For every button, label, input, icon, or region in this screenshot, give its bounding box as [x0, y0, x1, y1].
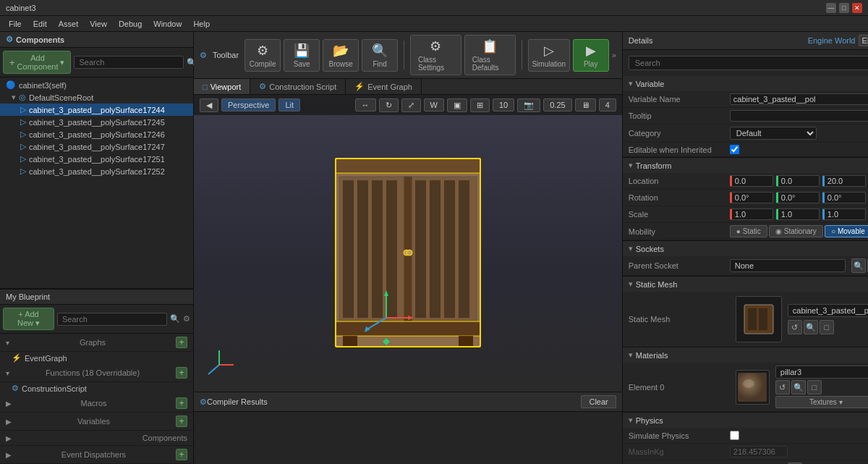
- menu-debug[interactable]: Debug: [113, 18, 148, 30]
- mesh-name-input[interactable]: [788, 304, 868, 317]
- components-search[interactable]: [74, 56, 184, 69]
- parent-socket-input[interactable]: [730, 259, 846, 272]
- static-button[interactable]: ● Static: [730, 225, 767, 237]
- viewport[interactable]: ◀ Perspective Lit ↔ ↻ ⤢ W ▣ ⊞ 10 📷: [194, 95, 622, 464]
- functions-section[interactable]: ▾ Functions (18 Overridable) +: [0, 364, 193, 382]
- tree-item-polysurface17245[interactable]: ▷ cabinet_3_pasted__polySurface17245: [0, 116, 193, 128]
- world-button[interactable]: W: [424, 98, 444, 111]
- screen-btn[interactable]: 🖥: [575, 98, 596, 111]
- mat-open-button[interactable]: □: [807, 380, 822, 395]
- scale-y[interactable]: [776, 208, 820, 220]
- translate-button[interactable]: ↔: [355, 98, 376, 111]
- sockets-section-title[interactable]: ▾ Sockets: [623, 241, 868, 256]
- maximize-button[interactable]: □: [839, 3, 849, 13]
- graphs-add-button[interactable]: +: [176, 337, 187, 348]
- rotation-z[interactable]: [822, 192, 866, 203]
- class-defaults-button[interactable]: 📋 Class Defaults: [464, 35, 516, 75]
- class-settings-button[interactable]: ⚙ Class Settings: [410, 35, 461, 75]
- surface-snap[interactable]: ▣: [447, 98, 467, 112]
- rotation-x[interactable]: [730, 192, 773, 203]
- simulate-physics-checkbox[interactable]: [730, 431, 739, 440]
- browse-button[interactable]: 📂 Browse: [323, 39, 359, 72]
- snap-value-button[interactable]: 0.25: [543, 98, 571, 111]
- camera-speed[interactable]: 📷: [517, 98, 540, 112]
- functions-add-button[interactable]: +: [176, 367, 187, 379]
- zoom-level-button[interactable]: 4: [599, 98, 616, 111]
- tree-item-polysurface17247[interactable]: ▷ cabinet_3_pasted__polySurface17247: [0, 140, 193, 153]
- variable-section-title[interactable]: ▾ Variable: [623, 76, 868, 91]
- physics-section-title[interactable]: ▾ Physics: [623, 413, 868, 428]
- event-graph-item[interactable]: ⚡ EventGraph: [0, 352, 193, 364]
- transform-section-title[interactable]: ▾ Transform: [623, 158, 868, 173]
- mat-reset-button[interactable]: ↺: [775, 380, 790, 395]
- menu-window[interactable]: Window: [148, 18, 187, 30]
- location-x[interactable]: [730, 175, 773, 187]
- perspective-button[interactable]: Perspective: [221, 98, 276, 111]
- location-y[interactable]: [776, 175, 820, 187]
- compile-button[interactable]: ⚙ Compile: [244, 39, 281, 72]
- tab-viewport[interactable]: □ Viewport: [194, 79, 250, 94]
- clear-button[interactable]: Clear: [581, 395, 616, 408]
- tree-item-polysurface17251[interactable]: ▷ cabinet_3_pasted__polySurface17251: [0, 153, 193, 165]
- stationary-button[interactable]: ◉ Stationary: [769, 225, 823, 237]
- graphs-section[interactable]: ▾ Graphs +: [0, 334, 193, 352]
- macros-add-button[interactable]: +: [176, 397, 187, 409]
- menu-help[interactable]: Help: [187, 18, 216, 30]
- static-mesh-section-title[interactable]: ▾ Static Mesh: [623, 277, 868, 292]
- play-button[interactable]: ▶ Play: [573, 39, 609, 72]
- menu-asset[interactable]: Asset: [53, 18, 85, 30]
- lang-button[interactable]: EN: [859, 35, 869, 46]
- movable-button[interactable]: ○ Movable: [825, 225, 868, 237]
- construction-script-item[interactable]: ⚙ ConstructionScript: [0, 382, 193, 395]
- macros-section[interactable]: ▶ Macros +: [0, 395, 193, 413]
- mesh-search-button[interactable]: 🔍: [804, 320, 818, 334]
- tree-item-polysurface17244[interactable]: ▷ cabinet_3_pasted__polySurface17244: [0, 104, 193, 116]
- category-select[interactable]: Default: [730, 127, 817, 140]
- scale-z[interactable]: [822, 208, 866, 220]
- find-button[interactable]: 🔍 Find: [362, 39, 398, 72]
- scale-button[interactable]: ⤢: [401, 98, 421, 112]
- location-z[interactable]: [822, 175, 866, 187]
- rotation-y[interactable]: [776, 192, 820, 203]
- add-new-button[interactable]: + Add New ▾: [3, 308, 54, 330]
- scale-x[interactable]: [730, 208, 773, 220]
- menu-file[interactable]: File: [3, 18, 27, 30]
- minimize-button[interactable]: —: [826, 3, 836, 13]
- mat-search-button[interactable]: 🔍: [791, 380, 806, 395]
- grid-size-button[interactable]: 10: [493, 98, 514, 111]
- variable-name-input[interactable]: [730, 93, 868, 105]
- textures-button[interactable]: Textures ▾: [775, 396, 868, 408]
- more-options-icon[interactable]: »: [612, 51, 616, 59]
- socket-search-button[interactable]: 🔍: [851, 258, 866, 273]
- add-component-button[interactable]: + Add Component ▾: [3, 51, 71, 74]
- simulation-button[interactable]: ▷ Simulation: [528, 39, 570, 72]
- variables-add-button[interactable]: +: [176, 416, 187, 427]
- rotate-button[interactable]: ↻: [379, 98, 399, 112]
- tree-item-polysurface17252[interactable]: ▷ cabinet_3_pasted__polySurface17252: [0, 165, 193, 177]
- material-name-input[interactable]: [775, 366, 868, 379]
- components-bp-section[interactable]: ▶ Components: [0, 431, 193, 446]
- tab-event-graph[interactable]: ⚡ Event Graph: [346, 79, 422, 94]
- menu-view[interactable]: View: [84, 18, 113, 30]
- grid-snap[interactable]: ⊞: [470, 98, 490, 112]
- event-dispatchers-section[interactable]: ▶ Event Dispatchers +: [0, 446, 193, 464]
- lit-button[interactable]: Lit: [278, 98, 300, 111]
- materials-section-title[interactable]: ▾ Materials: [623, 347, 868, 363]
- save-button[interactable]: 💾 Save: [284, 39, 320, 72]
- tooltip-input[interactable]: [730, 110, 868, 122]
- variables-section[interactable]: ▶ Variables +: [0, 413, 193, 431]
- mesh-reset-button[interactable]: ↺: [788, 320, 802, 334]
- details-search[interactable]: [629, 56, 868, 70]
- editable-checkbox[interactable]: [730, 145, 739, 154]
- tree-item-polysurface17246[interactable]: ▷ cabinet_3_pasted__polySurface17246: [0, 128, 193, 140]
- tree-item-self[interactable]: 🔵 cabinet3(self): [0, 79, 193, 91]
- blueprint-search[interactable]: [57, 313, 167, 326]
- tab-construction-script[interactable]: ⚙ Construction Script: [250, 79, 346, 94]
- tree-item-defaultsceneroot[interactable]: ▾ ◎ DefaultSceneRoot: [0, 91, 193, 104]
- close-button[interactable]: ✕: [852, 3, 862, 13]
- engine-world-link[interactable]: Engine World: [808, 36, 856, 45]
- viewport-back-button[interactable]: ◀: [200, 98, 218, 112]
- viewport-3d[interactable]: [194, 95, 622, 392]
- menu-edit[interactable]: Edit: [27, 18, 53, 30]
- mesh-open-button[interactable]: □: [820, 320, 834, 334]
